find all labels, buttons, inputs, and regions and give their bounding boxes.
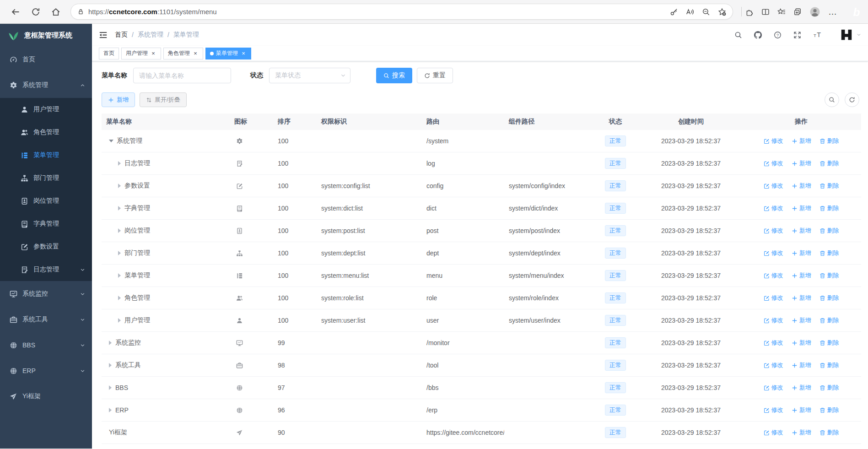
delete-link[interactable]: 删除 — [819, 182, 839, 190]
app-logo[interactable]: 意框架管理系统 — [0, 24, 92, 47]
add-link[interactable]: 新增 — [792, 227, 811, 235]
sidebar-item-user[interactable]: 用户管理 — [0, 98, 92, 121]
edit-link[interactable]: 修改 — [764, 182, 783, 190]
tab-close-icon[interactable]: × — [192, 50, 199, 57]
browser-menu-icon[interactable]: … — [828, 10, 837, 14]
add-link[interactable]: 新增 — [792, 406, 811, 414]
tab-item[interactable]: 角色管理× — [163, 48, 203, 60]
add-link[interactable]: 新增 — [792, 428, 811, 437]
expand-row-icon[interactable] — [118, 296, 123, 300]
toggle-search-button[interactable] — [825, 92, 839, 107]
status-select[interactable]: 菜单状态 — [269, 68, 350, 83]
zoom-out-icon[interactable] — [702, 8, 710, 16]
sidebar-item-gear[interactable]: 系统管理 — [0, 72, 92, 98]
favorites-icon[interactable] — [777, 8, 786, 16]
add-link[interactable]: 新增 — [792, 271, 811, 280]
tab-close-icon[interactable]: × — [240, 50, 247, 57]
profile-avatar[interactable] — [809, 6, 820, 17]
tab-item[interactable]: 用户管理× — [121, 48, 161, 60]
edit-link[interactable]: 修改 — [764, 249, 783, 257]
expand-row-icon[interactable] — [118, 228, 123, 233]
search-icon[interactable] — [734, 31, 742, 39]
tab-item[interactable]: 菜单管理× — [205, 48, 251, 60]
delete-link[interactable]: 删除 — [819, 294, 839, 302]
edit-link[interactable]: 修改 — [764, 159, 783, 168]
delete-link[interactable]: 删除 — [819, 137, 839, 145]
search-button[interactable]: 搜索 — [376, 68, 412, 83]
tab-item[interactable]: 首页 — [99, 48, 119, 60]
expand-row-icon[interactable] — [118, 273, 123, 278]
sidebar-item-users[interactable]: 角色管理 — [0, 121, 92, 144]
delete-link[interactable]: 删除 — [819, 159, 839, 168]
add-link[interactable]: 新增 — [792, 159, 811, 168]
expand-row-icon[interactable] — [109, 363, 114, 368]
sidebar-item-gauge[interactable]: 首页 — [0, 47, 92, 72]
collections-icon[interactable] — [793, 8, 802, 16]
edit-link[interactable]: 修改 — [764, 271, 783, 280]
home-icon[interactable] — [51, 7, 60, 16]
delete-link[interactable]: 删除 — [819, 361, 839, 369]
add-link[interactable]: 新增 — [792, 182, 811, 190]
delete-link[interactable]: 删除 — [819, 271, 839, 280]
add-link[interactable]: 新增 — [792, 294, 811, 302]
fullscreen-icon[interactable] — [793, 31, 801, 39]
delete-link[interactable]: 删除 — [819, 384, 839, 392]
add-link[interactable]: 新增 — [792, 204, 811, 212]
sidebar-item-tree[interactable]: 部门管理 — [0, 167, 92, 189]
expand-row-icon[interactable] — [118, 184, 123, 188]
delete-link[interactable]: 删除 — [819, 227, 839, 235]
delete-link[interactable]: 删除 — [819, 406, 839, 414]
password-key-icon[interactable] — [670, 8, 678, 16]
delete-link[interactable]: 删除 — [819, 204, 839, 212]
user-avatar-menu[interactable] — [840, 28, 861, 42]
address-bar[interactable]: https://ccnetcore.com:1101/system/menu — [70, 4, 733, 20]
add-link[interactable]: 新增 — [792, 339, 811, 347]
sidebar-item-globe[interactable]: BBS — [0, 332, 92, 358]
bing-icon[interactable] — [847, 2, 866, 22]
sidebar-item-toolbox[interactable]: 系统工具 — [0, 307, 92, 332]
sidebar-item-menu[interactable]: 菜单管理 — [0, 144, 92, 167]
sidebar-item-send[interactable]: Yi框架 — [0, 384, 92, 409]
expand-row-icon[interactable] — [109, 385, 114, 390]
sidebar-item-pen[interactable]: 参数设置 — [0, 235, 92, 258]
reset-button[interactable]: 重置 — [417, 68, 453, 83]
sidebar-item-globe[interactable]: ERP — [0, 358, 92, 384]
extensions-icon[interactable] — [745, 8, 754, 16]
expand-row-icon[interactable] — [109, 341, 114, 345]
collapse-sidebar-icon[interactable] — [99, 31, 108, 39]
add-link[interactable]: 新增 — [792, 249, 811, 257]
reload-icon[interactable] — [31, 7, 40, 16]
expand-row-icon[interactable] — [118, 206, 123, 211]
add-link[interactable]: 新增 — [792, 137, 811, 145]
read-aloud-icon[interactable] — [686, 8, 694, 16]
delete-link[interactable]: 删除 — [819, 339, 839, 347]
edit-link[interactable]: 修改 — [764, 316, 783, 325]
sidebar-item-badge[interactable]: 岗位管理 — [0, 189, 92, 212]
breadcrumb-system[interactable]: 系统管理 — [138, 31, 163, 39]
edit-link[interactable]: 修改 — [764, 294, 783, 302]
help-icon[interactable] — [774, 31, 782, 39]
refresh-table-button[interactable] — [845, 92, 859, 107]
sidebar-item-log[interactable]: 日志管理 — [0, 258, 92, 281]
edit-link[interactable]: 修改 — [764, 361, 783, 369]
expand-collapse-button[interactable]: 展开/折叠 — [140, 92, 187, 107]
font-size-icon[interactable] — [813, 31, 823, 39]
add-favorite-star-icon[interactable] — [718, 8, 726, 16]
add-button[interactable]: 新增 — [102, 92, 135, 107]
sidebar-item-book[interactable]: 字典管理 — [0, 212, 92, 235]
tab-close-icon[interactable]: × — [150, 50, 156, 57]
expand-row-icon[interactable] — [109, 408, 114, 412]
add-link[interactable]: 新增 — [792, 316, 811, 325]
expand-row-icon[interactable] — [118, 251, 123, 255]
edit-link[interactable]: 修改 — [764, 137, 783, 145]
breadcrumb-home[interactable]: 首页 — [115, 31, 128, 39]
github-icon[interactable] — [754, 31, 762, 39]
delete-link[interactable]: 删除 — [819, 428, 839, 437]
back-icon[interactable] — [11, 7, 20, 16]
edit-link[interactable]: 修改 — [764, 227, 783, 235]
url-text[interactable]: https://ccnetcore.com:1101/system/menu — [88, 8, 217, 16]
expand-row-icon[interactable] — [118, 161, 123, 166]
add-link[interactable]: 新增 — [792, 384, 811, 392]
edit-link[interactable]: 修改 — [764, 204, 783, 212]
edit-link[interactable]: 修改 — [764, 406, 783, 414]
